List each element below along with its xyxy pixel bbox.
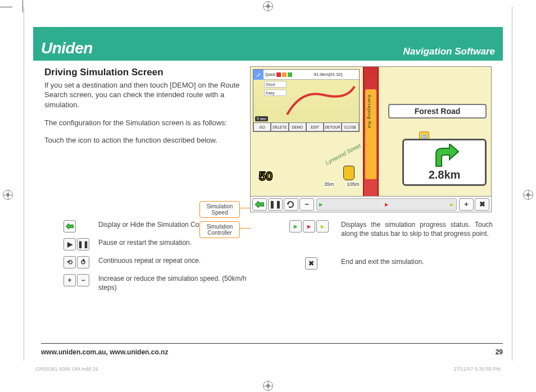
minimap-tab-detour[interactable]: DETOUR <box>324 122 341 131</box>
minimap-tab-edit[interactable]: EDIT <box>306 122 324 131</box>
flag-end-icon: ▸ <box>450 200 454 208</box>
sim-repeat-button[interactable] <box>284 198 298 211</box>
legend-area: Display or Hide the Simulation Controls.… <box>24 212 512 292</box>
legend-close-icon: ✖ <box>305 257 317 270</box>
section-heading: Driving Simulation Screen <box>44 66 241 79</box>
vertical-road-label: Kurrajong Rd <box>367 95 372 128</box>
instruction-paragraph: Touch the icon to action the function de… <box>44 135 241 145</box>
sim-close-button[interactable]: ✖ <box>475 198 489 211</box>
legend-close-text: End and exit the simulation. <box>341 257 424 266</box>
legend-flag1-icon: ▸ <box>289 220 302 233</box>
legend-speed-text: Increase or reduce the simulation speed.… <box>98 274 250 292</box>
sim-minus-button[interactable]: − <box>299 198 314 211</box>
minimap-short-button[interactable]: Short <box>264 81 287 88</box>
sim-pause-button[interactable]: ❚❚ <box>268 198 283 211</box>
header-title: Navigation Software <box>403 46 495 57</box>
overview-minimap: ⤢ Quick 41.0km(01:32) Short Easy <box>253 69 360 132</box>
minimap-quick-label: Quick <box>264 70 297 80</box>
legend-flag2-icon: ▸ <box>303 220 315 233</box>
minimap-expand-icon[interactable]: ⤢ <box>253 70 264 80</box>
minimap-tab-go[interactable]: GO <box>253 122 271 131</box>
legend-minus-icon: − <box>77 274 89 286</box>
manual-page: Uniden Navigation Software Driving Simul… <box>24 7 512 361</box>
callout-sim-controller: Simulation Controller <box>199 221 240 238</box>
imprint-timestamp: 27/11/07 5:30:55 PM <box>453 366 501 372</box>
minimap-tabrow: GO DELETE DEMO EDIT DETOUR CLOSE <box>253 122 359 131</box>
legend-pause-text: Pause or restart the simulation. <box>98 238 192 247</box>
sim-showhide-button[interactable] <box>252 198 267 211</box>
minimap-countdown: 5 sec <box>255 116 268 121</box>
legend-repeatonce-icon: ⥀ <box>77 256 89 268</box>
flag-mid-icon: ▸ <box>385 200 389 208</box>
sim-plus-button[interactable]: + <box>459 198 474 211</box>
minimap-distance: 41.0km(01:32) <box>297 70 359 80</box>
legend-showhide-icon <box>63 220 76 233</box>
minimap-tab-demo[interactable]: DEMO <box>289 122 306 131</box>
footer-urls: www.uniden.com.au, www.uniden.co.nz <box>41 348 168 356</box>
scale-far: 105m <box>346 181 360 187</box>
intro-paragraph: If you set a destination and then touch … <box>44 80 241 110</box>
minimap-easy-button[interactable]: Easy <box>264 89 287 96</box>
vehicle-icon <box>343 166 355 180</box>
scale-near: 35m <box>324 181 335 187</box>
minimap-tab-close[interactable]: CLOSE <box>342 122 359 131</box>
road-name-banner: Forest Road <box>388 104 487 118</box>
legend-plus-icon: + <box>63 274 76 286</box>
sim-progress-bar[interactable]: ▸ ▸ ▸ <box>316 198 457 211</box>
callout-sim-speed: Simulation Speed <box>199 201 240 218</box>
legend-play-icon: ▶ <box>63 238 76 250</box>
legend-pause-icon: ❚❚ <box>77 238 89 250</box>
device-screenshot: Kurrajong Rd Lynwood Street Forest Road … <box>250 66 492 212</box>
next-turn-box: 2.8km <box>402 139 487 186</box>
brand-logo: Uniden <box>41 39 93 57</box>
speed-readout: 50 <box>253 166 279 187</box>
imprint-line: GNS8361-8366 OM.indd 29 27/11/07 5:30:55… <box>35 366 501 372</box>
page-number: 29 <box>496 348 503 356</box>
turn-distance: 2.8km <box>429 168 461 181</box>
legend-repeat-text: Continuous repeat or repeat once. <box>98 256 201 265</box>
header-bar: Uniden Navigation Software <box>33 27 503 61</box>
screenshot-column: Simulation Speed Simulation Controller K… <box>250 66 501 212</box>
flag-start-icon: ▸ <box>319 200 323 208</box>
legend-flag3-icon: ▸ <box>316 220 329 233</box>
legend-repeat-icon: ⟲ <box>63 256 76 268</box>
text-column: Driving Simulation Screen If you set a d… <box>44 66 241 212</box>
legend-flags-text: Displays the simulation progress status.… <box>341 220 493 238</box>
page-footer: www.uniden.com.au, www.uniden.co.nz 29 <box>41 348 503 356</box>
simulation-toolbar: ❚❚ − ▸ ▸ ▸ + ✖ <box>251 196 491 212</box>
config-paragraph: The configuration for the Simulation scr… <box>44 118 241 128</box>
turn-right-icon <box>430 144 459 168</box>
minimap-tab-delete[interactable]: DELETE <box>271 122 288 131</box>
imprint-file: GNS8361-8366 OM.indd 29 <box>35 366 98 372</box>
lynwood-label: Lynwood Street <box>324 142 361 166</box>
